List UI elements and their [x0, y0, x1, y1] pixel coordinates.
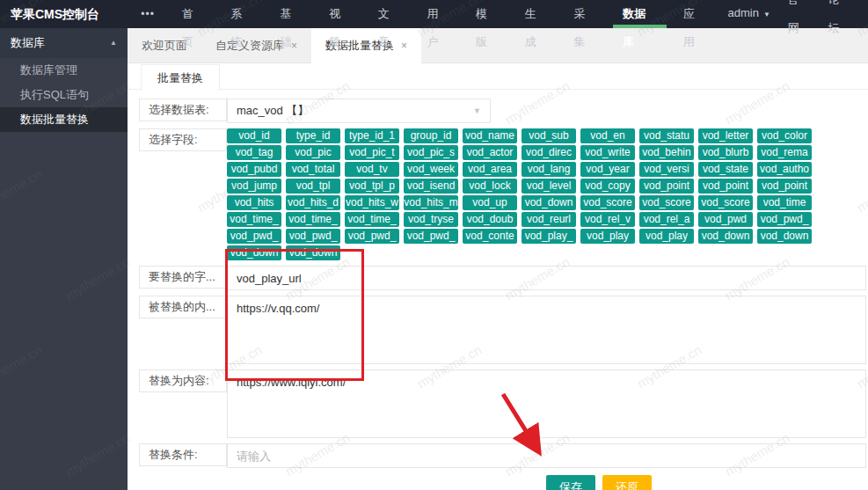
field-button[interactable]: vod_rel_v — [580, 212, 635, 227]
field-button[interactable]: vod_time_ — [227, 212, 281, 227]
field-button[interactable]: vod_tpl — [286, 179, 340, 194]
field-button[interactable]: vod_play_ — [522, 229, 576, 244]
field-button[interactable]: vod_point — [757, 179, 812, 194]
field-button[interactable]: type_id_1 — [345, 128, 399, 143]
field-button[interactable]: vod_state — [698, 162, 753, 177]
search-content-textarea[interactable]: https://v.qq.com/ — [227, 296, 866, 364]
field-button[interactable]: vod_id — [227, 128, 281, 143]
field-button[interactable]: vod_time_ — [345, 212, 399, 227]
sidebar-group-database[interactable]: 数据库 ▲ — [0, 28, 128, 58]
field-button[interactable]: vod_tryse — [404, 212, 458, 227]
table-select[interactable]: mac_vod 【】 ▼ — [227, 99, 491, 123]
field-button[interactable]: vod_hits_m — [404, 195, 458, 210]
field-button[interactable]: vod_pic_t — [345, 145, 399, 160]
topbar-link[interactable]: 论坛 — [819, 0, 859, 42]
field-button[interactable]: vod_pwd_ — [345, 229, 399, 244]
field-button[interactable]: vod_down — [522, 195, 576, 210]
topnav-item[interactable]: 采集 — [561, 0, 610, 28]
topnav-item[interactable]: 系统 — [218, 0, 267, 28]
field-button[interactable]: vod_down — [757, 229, 812, 244]
field-button[interactable]: vod_autho — [757, 162, 812, 177]
field-button[interactable]: vod_down — [698, 229, 753, 244]
field-button[interactable]: vod_week — [404, 162, 458, 177]
topnav-item[interactable]: 文章 — [365, 0, 414, 28]
topnav-item[interactable]: 生成 — [512, 0, 561, 28]
save-button[interactable]: 保存 — [546, 475, 595, 490]
sidebar-item[interactable]: 执行SQL语句 — [0, 83, 128, 107]
tab-batch-replace[interactable]: 批量替换 — [141, 64, 220, 91]
field-button[interactable]: vod_down — [227, 245, 281, 260]
field-button[interactable]: vod_pic — [286, 145, 340, 160]
field-button[interactable]: vod_doub — [463, 212, 517, 227]
topnav-item[interactable]: 首页 — [169, 0, 218, 28]
field-button[interactable]: vod_pic_s — [404, 145, 458, 160]
field-button[interactable]: vod_actor — [463, 145, 517, 160]
user-menu[interactable]: admin▼ — [719, 0, 779, 29]
field-button[interactable]: vod_up — [463, 195, 517, 210]
close-tab-icon[interactable]: × — [291, 40, 297, 52]
field-button[interactable]: vod_tag — [227, 145, 281, 160]
field-button[interactable]: vod_level — [522, 179, 576, 194]
topnav-item[interactable]: 数据库 — [609, 0, 670, 28]
replace-content-textarea[interactable]: https://www.iqiyi.com/ — [227, 369, 866, 438]
more-menu-icon[interactable]: ••• — [127, 0, 169, 28]
field-button[interactable]: vod_score — [698, 195, 753, 210]
field-button[interactable]: vod_area — [463, 162, 517, 177]
field-button[interactable]: vod_reurl — [522, 212, 576, 227]
field-button[interactable]: vod_direc — [522, 145, 576, 160]
field-button[interactable]: vod_down — [286, 245, 340, 260]
page-tab[interactable]: 自定义资源库× — [201, 28, 311, 63]
field-button[interactable]: vod_pwd_ — [404, 229, 458, 244]
field-button[interactable]: vod_time — [757, 195, 812, 210]
field-button[interactable]: vod_isend — [404, 179, 458, 194]
field-button[interactable]: vod_point — [698, 179, 753, 194]
field-button[interactable]: vod_tv — [345, 162, 399, 177]
field-button[interactable]: vod_score — [639, 195, 694, 210]
field-button[interactable]: vod_pwd_ — [227, 229, 281, 244]
page-tab[interactable]: 数据批量替换× — [311, 28, 421, 63]
field-button[interactable]: vod_name — [463, 128, 517, 143]
field-button[interactable]: vod_year — [580, 162, 635, 177]
field-button[interactable]: vod_time_ — [286, 212, 340, 227]
field-button[interactable]: vod_play — [580, 229, 635, 244]
field-button[interactable]: vod_sub — [522, 128, 576, 143]
close-tab-icon[interactable]: × — [401, 40, 407, 52]
sidebar-item[interactable]: 数据库管理 — [0, 58, 128, 83]
condition-input[interactable] — [227, 443, 866, 468]
topnav-item[interactable]: 基础 — [266, 0, 316, 28]
field-button[interactable]: vod_color — [757, 128, 812, 143]
field-button[interactable]: vod_score — [580, 195, 635, 210]
field-button[interactable]: group_id — [404, 128, 458, 143]
field-button[interactable]: vod_hits_d — [286, 195, 340, 210]
field-button[interactable]: vod_pubd — [227, 162, 281, 177]
field-button[interactable]: vod_versi — [639, 162, 694, 177]
field-button[interactable]: vod_lang — [522, 162, 576, 177]
topbar-link[interactable]: 官网 — [779, 0, 820, 42]
topnav-item[interactable]: 应用 — [670, 0, 719, 28]
field-button[interactable]: type_id — [286, 128, 340, 143]
field-button[interactable]: vod_tpl_p — [345, 179, 399, 194]
sidebar-item[interactable]: 数据批量替换 — [0, 107, 128, 132]
topnav-item[interactable]: 用户 — [413, 0, 463, 28]
field-button[interactable]: vod_rel_a — [639, 212, 694, 227]
field-button[interactable]: vod_pwd_ — [757, 212, 812, 227]
field-button[interactable]: vod_statu — [639, 128, 694, 143]
field-button[interactable]: vod_pwd_ — [286, 229, 340, 244]
field-button[interactable]: vod_hits — [227, 195, 281, 210]
field-button[interactable]: vod_write — [580, 145, 635, 160]
field-button[interactable]: vod_pwd — [698, 212, 753, 227]
replace-field-input[interactable] — [227, 266, 866, 290]
restore-button[interactable]: 还原 — [602, 475, 652, 490]
field-button[interactable]: vod_behin — [639, 145, 694, 160]
topnav-item[interactable]: 模版 — [463, 0, 512, 28]
field-button[interactable]: vod_total — [286, 162, 340, 177]
field-button[interactable]: vod_conte — [463, 229, 517, 244]
field-button[interactable]: vod_blurb — [698, 145, 753, 160]
field-button[interactable]: vod_point — [639, 179, 694, 194]
field-button[interactable]: vod_letter — [698, 128, 753, 143]
field-button[interactable]: vod_lock — [463, 179, 517, 194]
field-button[interactable]: vod_play — [639, 229, 694, 244]
field-button[interactable]: vod_copy — [580, 179, 635, 194]
field-button[interactable]: vod_jump — [227, 179, 281, 194]
field-button[interactable]: vod_en — [580, 128, 635, 143]
